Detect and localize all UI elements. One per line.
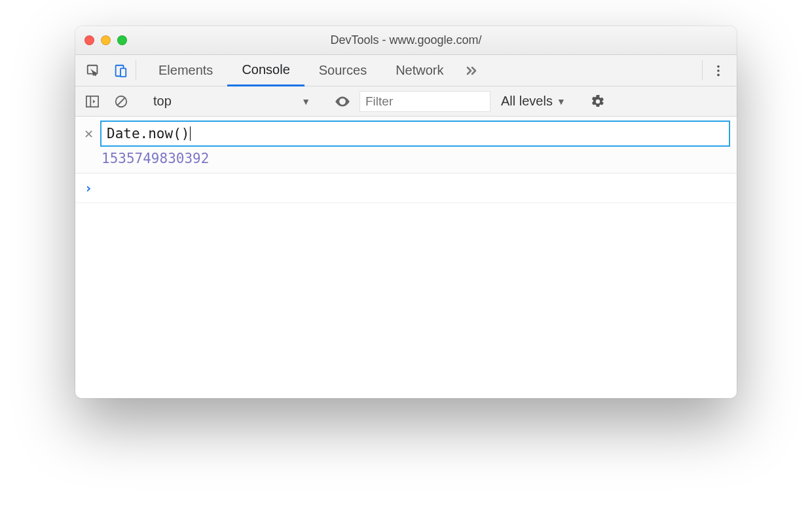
inspect-element-icon[interactable] bbox=[79, 55, 107, 86]
minimize-window-button[interactable] bbox=[101, 35, 111, 45]
console-panel: ✕ Date.now() 1535749830392 › bbox=[75, 117, 737, 398]
svg-marker-8 bbox=[93, 100, 96, 103]
prompt-caret-icon: › bbox=[84, 180, 92, 196]
live-expression-result: 1535749830392 bbox=[100, 147, 730, 166]
text-cursor bbox=[190, 126, 191, 141]
console-prompt-row[interactable]: › bbox=[75, 174, 737, 203]
svg-line-10 bbox=[118, 98, 125, 105]
devtools-window: DevTools - www.google.com/ Elements Cons… bbox=[75, 26, 737, 398]
svg-rect-2 bbox=[120, 68, 126, 77]
device-toolbar-icon[interactable] bbox=[107, 55, 134, 86]
zoom-window-button[interactable] bbox=[117, 35, 127, 45]
devtools-tabbar: Elements Console Sources Network bbox=[75, 55, 737, 86]
tab-network[interactable]: Network bbox=[381, 55, 458, 86]
svg-rect-6 bbox=[86, 96, 98, 106]
separator bbox=[702, 60, 703, 81]
live-expression-icon[interactable] bbox=[331, 91, 354, 112]
svg-point-4 bbox=[717, 69, 720, 72]
clear-console-icon[interactable] bbox=[109, 91, 133, 112]
more-options-icon[interactable] bbox=[704, 55, 733, 86]
tabs-overflow-icon[interactable] bbox=[458, 55, 485, 86]
live-expression-row: ✕ Date.now() 1535749830392 bbox=[75, 117, 737, 174]
execution-context-label: top bbox=[153, 94, 172, 109]
close-window-button[interactable] bbox=[84, 35, 94, 45]
filter-input[interactable] bbox=[360, 91, 490, 112]
dropdown-triangle-icon: ▼ bbox=[301, 96, 310, 107]
show-console-sidebar-icon[interactable] bbox=[81, 91, 104, 112]
tab-sources[interactable]: Sources bbox=[304, 55, 381, 86]
traffic-lights bbox=[84, 35, 127, 45]
svg-point-5 bbox=[717, 73, 720, 76]
dropdown-triangle-icon: ▼ bbox=[557, 96, 566, 107]
log-levels-select[interactable]: All levels ▼ bbox=[496, 94, 571, 109]
panel-tabs: Elements Console Sources Network bbox=[144, 55, 701, 86]
console-settings-icon[interactable] bbox=[585, 94, 611, 109]
log-levels-label: All levels bbox=[501, 94, 553, 109]
live-expression-stack: Date.now() 1535749830392 bbox=[100, 121, 730, 166]
tab-console[interactable]: Console bbox=[227, 55, 304, 86]
separator bbox=[136, 60, 136, 81]
tab-elements[interactable]: Elements bbox=[144, 55, 227, 86]
window-title: DevTools - www.google.com/ bbox=[75, 33, 737, 47]
console-toolbar: top ▼ All levels ▼ bbox=[75, 86, 737, 117]
titlebar: DevTools - www.google.com/ bbox=[75, 26, 737, 55]
live-expression-text: Date.now() bbox=[107, 126, 189, 141]
live-expression-input[interactable]: Date.now() bbox=[100, 121, 730, 147]
execution-context-select[interactable]: top ▼ bbox=[147, 94, 317, 109]
close-icon[interactable]: ✕ bbox=[82, 127, 95, 141]
svg-point-3 bbox=[717, 65, 720, 67]
svg-point-11 bbox=[341, 100, 344, 103]
